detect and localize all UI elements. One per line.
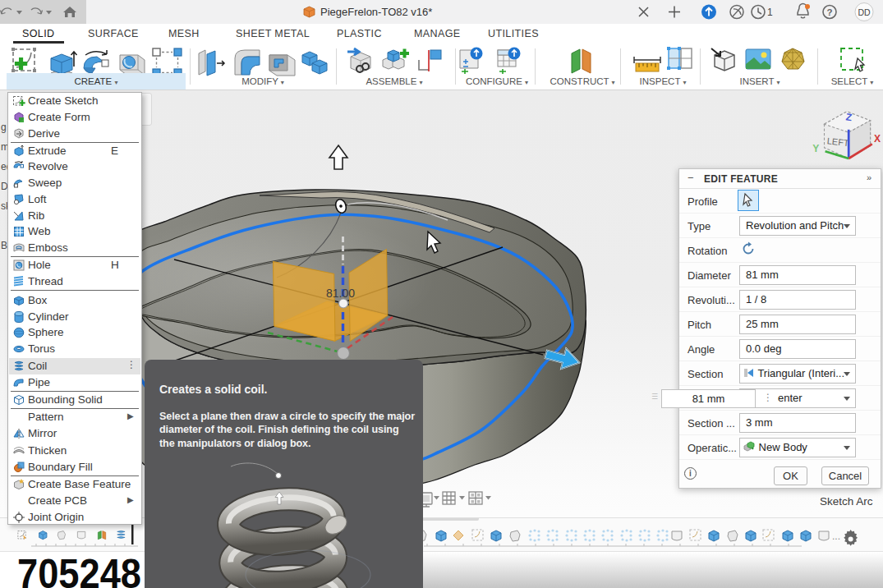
- svg-text:?: ?: [827, 7, 833, 17]
- svg-text:DD: DD: [858, 7, 872, 17]
- svg-text:Y: Y: [812, 143, 819, 154]
- svg-text:81.00: 81.00: [326, 287, 355, 300]
- svg-text:X: X: [874, 133, 881, 145]
- svg-text:1: 1: [767, 7, 773, 18]
- svg-text:...: ...: [832, 531, 840, 542]
